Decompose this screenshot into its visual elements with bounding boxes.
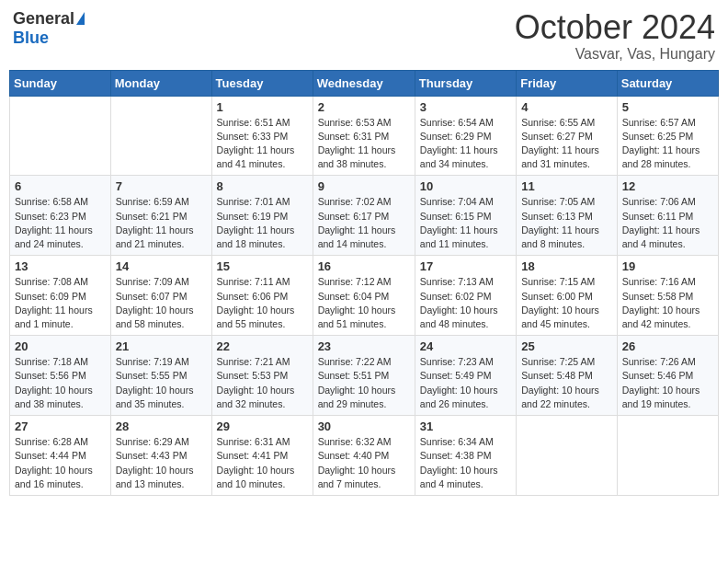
calendar-cell: 28Sunrise: 6:29 AM Sunset: 4:43 PM Dayli… bbox=[110, 416, 211, 496]
day-info: Sunrise: 7:19 AM Sunset: 5:55 PM Dayligh… bbox=[116, 355, 207, 411]
calendar-cell: 24Sunrise: 7:23 AM Sunset: 5:49 PM Dayli… bbox=[415, 336, 516, 416]
day-number: 26 bbox=[622, 339, 713, 353]
day-number: 17 bbox=[420, 259, 511, 273]
weekday-header-wednesday: Wednesday bbox=[313, 70, 415, 96]
day-number: 25 bbox=[521, 339, 612, 353]
day-info: Sunrise: 7:06 AM Sunset: 6:11 PM Dayligh… bbox=[622, 195, 713, 251]
weekday-header-sunday: Sunday bbox=[10, 70, 111, 96]
calendar-cell: 12Sunrise: 7:06 AM Sunset: 6:11 PM Dayli… bbox=[617, 176, 718, 256]
day-number: 9 bbox=[318, 179, 410, 193]
calendar-cell: 15Sunrise: 7:11 AM Sunset: 6:06 PM Dayli… bbox=[211, 256, 313, 336]
day-info: Sunrise: 7:21 AM Sunset: 5:53 PM Dayligh… bbox=[217, 355, 308, 411]
day-info: Sunrise: 6:59 AM Sunset: 6:21 PM Dayligh… bbox=[116, 195, 207, 251]
day-info: Sunrise: 7:04 AM Sunset: 6:15 PM Dayligh… bbox=[420, 195, 511, 251]
calendar-cell: 22Sunrise: 7:21 AM Sunset: 5:53 PM Dayli… bbox=[211, 336, 313, 416]
calendar-cell: 5Sunrise: 6:57 AM Sunset: 6:25 PM Daylig… bbox=[617, 96, 718, 176]
calendar-cell: 27Sunrise: 6:28 AM Sunset: 4:44 PM Dayli… bbox=[10, 416, 111, 496]
day-number: 30 bbox=[318, 419, 410, 433]
day-info: Sunrise: 6:58 AM Sunset: 6:23 PM Dayligh… bbox=[15, 195, 106, 251]
calendar-cell: 17Sunrise: 7:13 AM Sunset: 6:02 PM Dayli… bbox=[415, 256, 516, 336]
calendar-table: SundayMondayTuesdayWednesdayThursdayFrid… bbox=[9, 70, 719, 496]
day-number: 19 bbox=[622, 259, 713, 273]
day-number: 22 bbox=[217, 339, 308, 353]
day-info: Sunrise: 7:23 AM Sunset: 5:49 PM Dayligh… bbox=[420, 355, 511, 411]
day-info: Sunrise: 7:01 AM Sunset: 6:19 PM Dayligh… bbox=[217, 195, 308, 251]
day-number: 14 bbox=[116, 259, 207, 273]
calendar-cell: 20Sunrise: 7:18 AM Sunset: 5:56 PM Dayli… bbox=[10, 336, 111, 416]
logo-triangle-icon bbox=[76, 12, 85, 25]
day-number: 21 bbox=[116, 339, 207, 353]
day-info: Sunrise: 6:31 AM Sunset: 4:41 PM Dayligh… bbox=[217, 435, 308, 491]
logo-general-text: General bbox=[13, 9, 74, 29]
day-info: Sunrise: 6:32 AM Sunset: 4:40 PM Dayligh… bbox=[318, 435, 410, 491]
calendar-cell: 26Sunrise: 7:26 AM Sunset: 5:46 PM Dayli… bbox=[617, 336, 718, 416]
calendar-cell: 19Sunrise: 7:16 AM Sunset: 5:58 PM Dayli… bbox=[617, 256, 718, 336]
calendar-cell: 10Sunrise: 7:04 AM Sunset: 6:15 PM Dayli… bbox=[415, 176, 516, 256]
day-number: 4 bbox=[521, 100, 612, 114]
month-title: October 2024 bbox=[515, 9, 715, 46]
calendar-cell: 8Sunrise: 7:01 AM Sunset: 6:19 PM Daylig… bbox=[211, 176, 313, 256]
calendar-cell: 30Sunrise: 6:32 AM Sunset: 4:40 PM Dayli… bbox=[313, 416, 415, 496]
calendar-week-row: 6Sunrise: 6:58 AM Sunset: 6:23 PM Daylig… bbox=[10, 176, 719, 256]
day-number: 29 bbox=[217, 419, 308, 433]
calendar-cell: 3Sunrise: 6:54 AM Sunset: 6:29 PM Daylig… bbox=[415, 96, 516, 176]
day-info: Sunrise: 6:54 AM Sunset: 6:29 PM Dayligh… bbox=[420, 116, 511, 172]
title-block: October 2024 Vasvar, Vas, Hungary bbox=[515, 9, 715, 63]
day-info: Sunrise: 7:05 AM Sunset: 6:13 PM Dayligh… bbox=[521, 195, 612, 251]
logo-blue-text: Blue bbox=[13, 29, 49, 48]
day-number: 23 bbox=[318, 339, 410, 353]
day-number: 27 bbox=[15, 419, 106, 433]
calendar-cell: 11Sunrise: 7:05 AM Sunset: 6:13 PM Dayli… bbox=[517, 176, 618, 256]
day-number: 8 bbox=[217, 179, 308, 193]
day-info: Sunrise: 7:26 AM Sunset: 5:46 PM Dayligh… bbox=[622, 355, 713, 411]
day-number: 2 bbox=[318, 100, 410, 114]
day-info: Sunrise: 7:08 AM Sunset: 6:09 PM Dayligh… bbox=[15, 275, 106, 331]
day-number: 11 bbox=[521, 179, 612, 193]
day-number: 13 bbox=[15, 259, 106, 273]
day-info: Sunrise: 6:34 AM Sunset: 4:38 PM Dayligh… bbox=[420, 435, 511, 491]
day-number: 16 bbox=[318, 259, 410, 273]
day-info: Sunrise: 6:51 AM Sunset: 6:33 PM Dayligh… bbox=[217, 116, 308, 172]
calendar-week-row: 1Sunrise: 6:51 AM Sunset: 6:33 PM Daylig… bbox=[10, 96, 719, 176]
day-number: 7 bbox=[116, 179, 207, 193]
day-info: Sunrise: 7:15 AM Sunset: 6:00 PM Dayligh… bbox=[521, 275, 612, 331]
day-number: 10 bbox=[420, 179, 511, 193]
day-info: Sunrise: 6:55 AM Sunset: 6:27 PM Dayligh… bbox=[521, 116, 612, 172]
day-number: 31 bbox=[420, 419, 511, 433]
day-number: 28 bbox=[116, 419, 207, 433]
day-number: 20 bbox=[15, 339, 106, 353]
calendar-cell: 25Sunrise: 7:25 AM Sunset: 5:48 PM Dayli… bbox=[517, 336, 618, 416]
day-number: 6 bbox=[15, 179, 106, 193]
calendar-cell: 2Sunrise: 6:53 AM Sunset: 6:31 PM Daylig… bbox=[313, 96, 415, 176]
calendar-cell: 16Sunrise: 7:12 AM Sunset: 6:04 PM Dayli… bbox=[313, 256, 415, 336]
calendar-cell: 13Sunrise: 7:08 AM Sunset: 6:09 PM Dayli… bbox=[10, 256, 111, 336]
calendar-cell bbox=[517, 416, 618, 496]
day-info: Sunrise: 6:57 AM Sunset: 6:25 PM Dayligh… bbox=[622, 116, 713, 172]
weekday-header-row: SundayMondayTuesdayWednesdayThursdayFrid… bbox=[10, 70, 719, 96]
page-header: General Blue October 2024 Vasvar, Vas, H… bbox=[9, 9, 719, 63]
calendar-cell bbox=[10, 96, 111, 176]
day-info: Sunrise: 7:09 AM Sunset: 6:07 PM Dayligh… bbox=[116, 275, 207, 331]
day-info: Sunrise: 6:28 AM Sunset: 4:44 PM Dayligh… bbox=[15, 435, 106, 491]
calendar-cell: 4Sunrise: 6:55 AM Sunset: 6:27 PM Daylig… bbox=[517, 96, 618, 176]
day-number: 18 bbox=[521, 259, 612, 273]
day-info: Sunrise: 6:53 AM Sunset: 6:31 PM Dayligh… bbox=[318, 116, 410, 172]
day-info: Sunrise: 6:29 AM Sunset: 4:43 PM Dayligh… bbox=[116, 435, 207, 491]
day-number: 5 bbox=[622, 100, 713, 114]
calendar-cell: 7Sunrise: 6:59 AM Sunset: 6:21 PM Daylig… bbox=[110, 176, 211, 256]
calendar-cell: 14Sunrise: 7:09 AM Sunset: 6:07 PM Dayli… bbox=[110, 256, 211, 336]
calendar-week-row: 27Sunrise: 6:28 AM Sunset: 4:44 PM Dayli… bbox=[10, 416, 719, 496]
weekday-header-friday: Friday bbox=[517, 70, 618, 96]
day-number: 3 bbox=[420, 100, 511, 114]
weekday-header-tuesday: Tuesday bbox=[211, 70, 313, 96]
calendar-cell: 18Sunrise: 7:15 AM Sunset: 6:00 PM Dayli… bbox=[517, 256, 618, 336]
day-info: Sunrise: 7:02 AM Sunset: 6:17 PM Dayligh… bbox=[318, 195, 410, 251]
calendar-cell: 1Sunrise: 6:51 AM Sunset: 6:33 PM Daylig… bbox=[211, 96, 313, 176]
day-info: Sunrise: 7:18 AM Sunset: 5:56 PM Dayligh… bbox=[15, 355, 106, 411]
weekday-header-saturday: Saturday bbox=[617, 70, 718, 96]
day-info: Sunrise: 7:25 AM Sunset: 5:48 PM Dayligh… bbox=[521, 355, 612, 411]
day-info: Sunrise: 7:22 AM Sunset: 5:51 PM Dayligh… bbox=[318, 355, 410, 411]
calendar-cell: 23Sunrise: 7:22 AM Sunset: 5:51 PM Dayli… bbox=[313, 336, 415, 416]
calendar-week-row: 13Sunrise: 7:08 AM Sunset: 6:09 PM Dayli… bbox=[10, 256, 719, 336]
day-number: 1 bbox=[217, 100, 308, 114]
